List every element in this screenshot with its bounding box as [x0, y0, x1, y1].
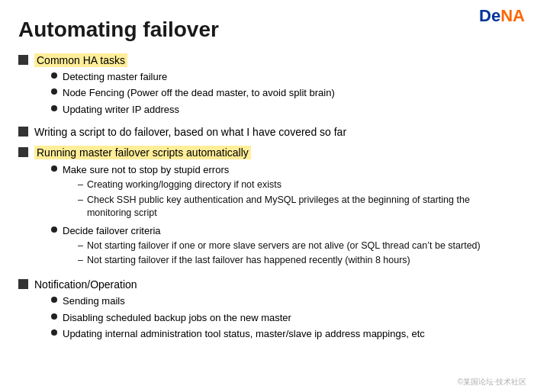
sub-sub-list: – Creating working/logging directory if … [78, 178, 516, 220]
notification-sublist: Sending mails Disabling scheduled backup… [51, 294, 516, 341]
sub-sub-item-text: Not starting failover if the last failov… [87, 254, 410, 268]
list-item: – Not starting failover if the last fail… [78, 254, 516, 268]
main-bullet-notification: Notification/Operation Sending mails Dis… [18, 278, 516, 343]
sub-item-text: Updating internal administration tool st… [63, 327, 516, 341]
list-item: Detecting master failure [51, 70, 516, 84]
running-master-label: Running master failover scripts automati… [34, 146, 251, 159]
notification-label: Notification/Operation [34, 278, 137, 291]
dash-icon: – [78, 254, 83, 268]
dash-icon: – [78, 194, 83, 207]
list-item: – Not starting failover if one or more s… [78, 239, 516, 253]
logo-de: De [479, 6, 500, 25]
square-bullet-icon [18, 147, 28, 157]
slide: DeNA Automating failover Common HA tasks… [0, 0, 534, 392]
list-item: Node Fencing (Power off the dead master,… [51, 86, 516, 100]
dena-logo: DeNA [479, 6, 525, 26]
list-item: Updating internal administration tool st… [51, 327, 516, 341]
sub-item-text: Make sure not to stop by stupid errors [63, 164, 229, 175]
sub-item-text: Detecting master failure [63, 70, 516, 84]
running-master-sublist: Make sure not to stop by stupid errors –… [51, 163, 516, 269]
main-bullet-writing: Writing a script to do failover, based o… [18, 125, 516, 140]
logo-na: NA [500, 6, 525, 25]
common-ha-sublist: Detecting master failure Node Fencing (P… [51, 70, 516, 117]
sub-sub-item-text: Check SSH public key authentication and … [87, 194, 516, 220]
list-item: Sending mails [51, 294, 516, 308]
main-bullet-running-master: Running master failover scripts automati… [18, 146, 516, 271]
list-item: Decide failover criteria – Not starting … [51, 224, 516, 269]
list-item: – Check SSH public key authentication an… [78, 194, 516, 220]
dash-icon: – [78, 239, 83, 253]
circle-bullet-icon [51, 297, 57, 303]
sub-item-text: Updating writer IP address [63, 103, 516, 117]
sub-sub-item-text: Creating working/logging directory if no… [87, 178, 281, 192]
sub-item-text: Sending mails [63, 294, 516, 308]
circle-bullet-icon [51, 88, 57, 95]
sub-sub-item-text: Not starting failover if one or more sla… [87, 239, 481, 253]
sub-item-text: Node Fencing (Power off the dead master,… [63, 86, 516, 100]
circle-bullet-icon [51, 72, 57, 79]
section-common-ha: Common HA tasks Detecting master failure… [18, 53, 516, 119]
square-bullet-icon [18, 127, 28, 137]
sub-sub-list: – Not starting failover if one or more s… [78, 239, 516, 268]
square-bullet-icon [18, 55, 28, 65]
list-item: – Creating working/logging directory if … [78, 178, 516, 192]
common-ha-label: Common HA tasks [34, 53, 127, 67]
page-title: Automating failover [18, 17, 516, 43]
main-bullet-common-ha: Common HA tasks Detecting master failure… [18, 53, 516, 119]
watermark: ©某国论坛·技术社区 [458, 377, 526, 387]
sub-item-text: Disabling scheduled backup jobs on the n… [63, 311, 516, 325]
circle-bullet-icon [51, 165, 57, 172]
list-item: Updating writer IP address [51, 103, 516, 117]
sub-item-text: Decide failover criteria [63, 225, 161, 236]
section-notification: Notification/Operation Sending mails Dis… [18, 278, 516, 343]
circle-bullet-icon [51, 313, 57, 320]
list-item: Disabling scheduled backup jobs on the n… [51, 311, 516, 325]
section-running-master: Running master failover scripts automati… [18, 146, 516, 271]
square-bullet-icon [18, 279, 28, 289]
circle-bullet-icon [51, 105, 57, 111]
writing-label: Writing a script to do failover, based o… [34, 125, 516, 140]
circle-bullet-icon [51, 329, 57, 336]
section-writing-script: Writing a script to do failover, based o… [18, 125, 516, 140]
list-item: Make sure not to stop by stupid errors –… [51, 163, 516, 222]
circle-bullet-icon [51, 227, 57, 233]
dash-icon: – [78, 178, 83, 192]
